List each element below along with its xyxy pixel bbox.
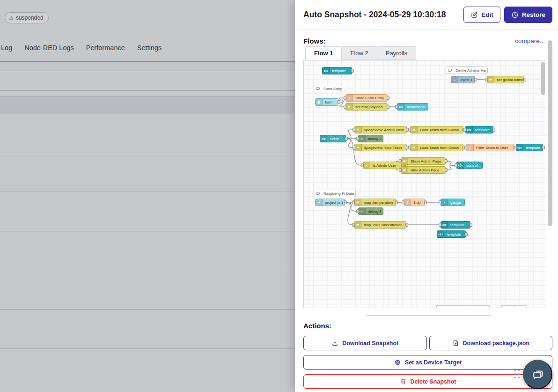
flow-comment[interactable]: Raspberry Pi Data	[314, 190, 356, 197]
flow-node[interactable]: →inject 1	[451, 76, 475, 83]
input-port[interactable]	[463, 128, 466, 132]
status-badge-label: suspended	[16, 15, 44, 21]
flow-node[interactable]: ƒ1 dp	[404, 199, 425, 206]
flow-node[interactable]: </>event	[320, 135, 346, 142]
node-label: debug 2	[366, 137, 383, 141]
node-label: Is Admin User	[370, 163, 398, 168]
input-port[interactable]	[352, 128, 355, 132]
input-port[interactable]	[344, 105, 346, 109]
output-port[interactable]	[492, 128, 495, 132]
flow-node[interactable]: ⇄map .temperature	[354, 199, 396, 206]
flow-tab-flow-1[interactable]: Flow 1	[305, 46, 342, 60]
input-port[interactable]	[356, 137, 359, 141]
flow-comment[interactable]: Form Entry	[314, 85, 342, 92]
flow-wires	[304, 60, 546, 308]
flow-node[interactable]: ⇄set global.admins	[487, 76, 524, 83]
input-port[interactable]	[455, 163, 457, 167]
input-port[interactable]	[352, 146, 355, 149]
download-package-json-button[interactable]: Download package.json	[429, 336, 553, 350]
flow-node[interactable]: ≡debug 3	[358, 207, 383, 215]
flow-node[interactable]: </>template	[516, 144, 543, 151]
flow-node[interactable]: ƒFilter Tasks to User	[466, 144, 514, 151]
output-port[interactable]	[395, 200, 398, 204]
flow-node[interactable]: ≺$pageview: Your Tasks	[354, 144, 407, 151]
input-port[interactable]	[408, 146, 411, 149]
flow-tab-flow-2[interactable]: Flow 2	[342, 46, 377, 60]
output-port[interactable]	[387, 105, 389, 109]
edit-button[interactable]: Edit	[463, 7, 500, 23]
input-port[interactable]	[399, 168, 402, 172]
flow-node[interactable]: </>control	[456, 162, 483, 169]
output-port[interactable]	[424, 200, 427, 204]
flow-node[interactable]: ≡debug 2	[358, 135, 383, 142]
input-port[interactable]	[439, 223, 441, 227]
flow-node[interactable]: ⇄Load Tasks from Global	[410, 144, 463, 151]
flow-canvas[interactable]: </>templateDefine Admins Here→inject 1⇄s…	[303, 60, 546, 308]
output-port[interactable]	[387, 96, 389, 100]
zoom-in-icon[interactable]: +	[514, 305, 527, 308]
input-port[interactable]	[361, 163, 364, 167]
background-tab-settings: Settings	[137, 44, 162, 52]
canvas-scrollbar[interactable]	[541, 62, 545, 95]
input-port[interactable]	[352, 223, 355, 227]
input-port[interactable]	[352, 200, 355, 204]
copy-flow-button[interactable]: Copy	[436, 305, 458, 308]
node-label: $pageview: Your Tasks	[362, 146, 404, 150]
zoom-out-icon[interactable]: ○	[501, 305, 514, 308]
drawer-scrollbar[interactable]	[548, 40, 552, 226]
download-flow-button[interactable]: Download	[458, 305, 490, 308]
input-port[interactable]	[514, 146, 517, 149]
flow-tab-payrolls[interactable]: Payrolls	[377, 46, 416, 60]
flow-node[interactable]: ⇄Load Tasks from Global	[410, 126, 463, 133]
code-icon: </>	[323, 67, 330, 74]
flow-node[interactable]: </>notification	[397, 103, 428, 111]
output-port[interactable]	[344, 200, 347, 204]
download-snapshot-button[interactable]: Download Snapshot	[303, 336, 427, 350]
output-port[interactable]	[465, 232, 468, 236]
chat-button[interactable]	[523, 360, 552, 389]
flow-node[interactable]: </>template	[441, 221, 470, 229]
output-port[interactable]	[445, 159, 448, 163]
output-port[interactable]	[338, 100, 340, 104]
input-port[interactable]	[464, 146, 467, 149]
flow-node[interactable]: ▤form	[315, 98, 338, 106]
flow-node[interactable]: ⇄set msg.payload	[345, 103, 388, 111]
flow-node[interactable]: </>template	[437, 230, 466, 238]
function-icon: ƒ	[404, 199, 411, 206]
output-port[interactable]	[405, 223, 408, 227]
input-port[interactable]	[408, 128, 411, 132]
output-port[interactable]	[351, 69, 354, 73]
compare-link[interactable]: compare...	[515, 37, 545, 44]
flow-node[interactable]: ⇄Show Admin Page	[401, 157, 446, 165]
flow-node[interactable]: ◔gauge	[441, 199, 465, 206]
node-label: Raspberry Pi Data	[321, 192, 355, 196]
output-port[interactable]	[345, 137, 348, 141]
input-port[interactable]	[439, 200, 441, 204]
flow-node[interactable]: ⇄Hide Admin Page	[401, 166, 446, 174]
action-button-label: Delete Snapshot	[411, 378, 456, 385]
output-port[interactable]	[474, 78, 477, 81]
flow-node[interactable]: </>template	[322, 67, 352, 74]
input-port[interactable]	[356, 209, 359, 213]
flow-node[interactable]: ⇥project in 1	[315, 199, 345, 206]
flow-comment[interactable]: Define Admins Here	[446, 67, 488, 74]
node-label: gauge	[448, 200, 463, 205]
output-port[interactable]	[445, 168, 448, 172]
set-device-target-button[interactable]: Set as Device Target	[303, 355, 552, 370]
input-port[interactable]	[485, 78, 488, 81]
input-port[interactable]	[399, 159, 402, 163]
output-port[interactable]	[470, 223, 472, 227]
output-port[interactable]	[523, 78, 526, 81]
flow-node[interactable]: ⇄map .co2Concentration	[354, 221, 406, 229]
restore-button[interactable]: Restore	[504, 7, 552, 23]
input-port[interactable]	[344, 96, 346, 100]
flow-node[interactable]: </>template	[465, 126, 493, 133]
input-port[interactable]	[402, 200, 404, 204]
drag-handle[interactable]	[514, 370, 521, 380]
input-port[interactable]	[395, 105, 398, 109]
flow-node[interactable]: ≺Is Admin User	[363, 162, 402, 169]
output-port[interactable]	[542, 146, 545, 149]
flow-node[interactable]: ≺$pageview: Admin View	[354, 126, 407, 133]
node-label: project in 1	[323, 200, 345, 205]
flow-node[interactable]: ƒStore Form Entry	[345, 94, 388, 102]
